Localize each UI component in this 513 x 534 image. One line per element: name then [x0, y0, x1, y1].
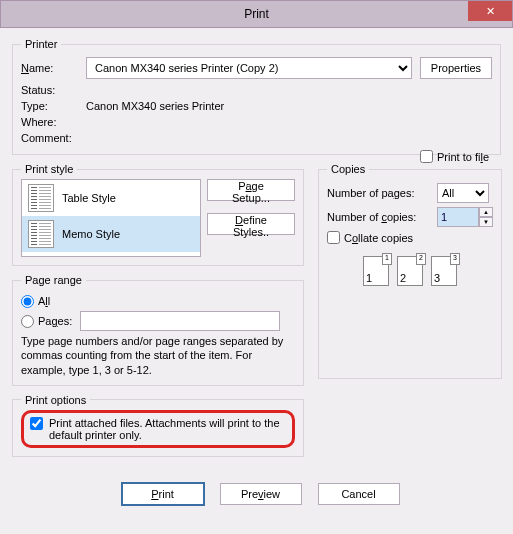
all-label: All: [38, 295, 50, 307]
copies-spin-down[interactable]: ▼: [479, 217, 493, 227]
print-options-group: Print options Print attached files. Atta…: [12, 394, 304, 457]
style-label: Table Style: [62, 192, 116, 204]
highlight-annotation: Print attached files. Attachments will p…: [21, 410, 295, 448]
close-button[interactable]: ✕: [468, 1, 512, 21]
copies-legend: Copies: [327, 163, 369, 175]
pages-input[interactable]: [80, 311, 280, 331]
print-to-file-checkbox[interactable]: [420, 150, 433, 163]
preview-button[interactable]: Preview: [220, 483, 302, 505]
properties-button[interactable]: Properties: [420, 57, 492, 79]
memo-style-icon: [28, 220, 54, 248]
window-title: Print: [1, 7, 512, 21]
style-item-table[interactable]: Table Style: [22, 180, 200, 216]
page-range-all-radio[interactable]: [21, 295, 34, 308]
pages-label: Pages:: [38, 315, 72, 327]
define-styles-button[interactable]: Define Styles..: [207, 213, 295, 235]
comment-label: Comment:: [21, 132, 86, 144]
num-pages-select[interactable]: All: [437, 183, 489, 203]
print-button[interactable]: Print: [122, 483, 204, 505]
print-options-legend: Print options: [21, 394, 90, 406]
cancel-button[interactable]: Cancel: [318, 483, 400, 505]
type-value: Canon MX340 series Printer: [86, 100, 224, 112]
num-copies-input[interactable]: [437, 207, 479, 227]
print-style-list[interactable]: Table Style Memo Style: [21, 179, 201, 257]
copies-group: Copies Number of pages: Number of pages:…: [318, 163, 502, 379]
page-pic-1: 11: [363, 256, 389, 286]
printer-legend: Printer: [21, 38, 61, 50]
close-icon: ✕: [486, 5, 495, 18]
collate-checkbox[interactable]: [327, 231, 340, 244]
type-label: Type:: [21, 100, 86, 112]
print-style-group: Print style Table Style Memo Style P: [12, 163, 304, 266]
page-range-legend: Page range: [21, 274, 86, 286]
collate-label: Collate copies: [344, 232, 413, 244]
print-attached-label: Print attached files. Attachments will p…: [49, 417, 286, 441]
copies-spin-up[interactable]: ▲: [479, 207, 493, 217]
print-to-file-label: Print to file: [437, 151, 489, 163]
printer-select[interactable]: Canon MX340 series Printer (Copy 2): [86, 57, 412, 79]
page-setup-button[interactable]: Page Setup...: [207, 179, 295, 201]
name-label: NName:ame:: [21, 62, 86, 74]
num-pages-label: Number of pages:: [327, 187, 437, 199]
printer-group: Printer NName:ame: Canon MX340 series Pr…: [12, 38, 501, 155]
style-item-memo[interactable]: Memo Style: [22, 216, 200, 252]
page-range-group: Page range All All Pages: Pages: Type pa…: [12, 274, 304, 386]
style-label: Memo Style: [62, 228, 120, 240]
page-range-hint: Type page numbers and/or page ranges sep…: [21, 334, 295, 377]
collate-illustration: 11 22 33: [327, 256, 493, 286]
where-label: Where:: [21, 116, 86, 128]
print-style-legend: Print style: [21, 163, 77, 175]
page-pic-3: 33: [431, 256, 457, 286]
num-copies-label: Number of copies:: [327, 211, 437, 223]
title-bar: Print ✕: [0, 0, 513, 28]
page-range-pages-radio[interactable]: [21, 315, 34, 328]
status-label: Status:: [21, 84, 86, 96]
page-pic-2: 22: [397, 256, 423, 286]
print-attached-checkbox[interactable]: [30, 417, 43, 430]
table-style-icon: [28, 184, 54, 212]
